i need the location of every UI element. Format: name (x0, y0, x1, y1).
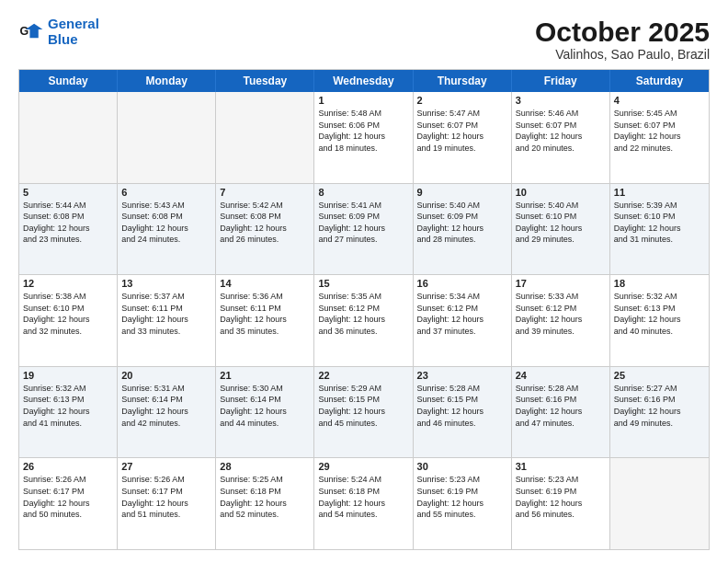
day-info: Sunrise: 5:27 AM Sunset: 6:16 PM Dayligh… (614, 383, 705, 429)
day-number: 22 (318, 370, 408, 381)
day-number: 27 (121, 461, 211, 472)
day-cell: 4Sunrise: 5:45 AM Sunset: 6:07 PM Daylig… (610, 92, 709, 183)
day-info: Sunrise: 5:28 AM Sunset: 6:15 PM Dayligh… (417, 383, 507, 429)
day-cell: 25Sunrise: 5:27 AM Sunset: 6:16 PM Dayli… (610, 367, 709, 458)
day-info: Sunrise: 5:25 AM Sunset: 6:18 PM Dayligh… (220, 474, 310, 520)
day-number: 26 (23, 461, 113, 472)
day-number: 24 (516, 370, 606, 381)
day-number: 5 (23, 187, 113, 198)
header: G General Blue October 2025 Valinhos, Sa… (18, 17, 710, 62)
day-info: Sunrise: 5:45 AM Sunset: 6:07 PM Dayligh… (614, 108, 705, 154)
day-info: Sunrise: 5:23 AM Sunset: 6:19 PM Dayligh… (417, 474, 507, 520)
day-info: Sunrise: 5:32 AM Sunset: 6:13 PM Dayligh… (23, 383, 113, 429)
day-headers-row: SundayMondayTuesdayWednesdayThursdayFrid… (19, 70, 709, 92)
day-header-sunday: Sunday (19, 70, 118, 92)
week-row-5: 26Sunrise: 5:26 AM Sunset: 6:17 PM Dayli… (19, 457, 709, 549)
day-cell: 10Sunrise: 5:40 AM Sunset: 6:10 PM Dayli… (512, 184, 610, 275)
day-info: Sunrise: 5:40 AM Sunset: 6:09 PM Dayligh… (417, 200, 507, 246)
day-info: Sunrise: 5:41 AM Sunset: 6:09 PM Dayligh… (318, 200, 408, 246)
day-cell: 7Sunrise: 5:42 AM Sunset: 6:08 PM Daylig… (216, 184, 314, 275)
day-number: 18 (614, 278, 705, 289)
day-header-wednesday: Wednesday (314, 70, 413, 92)
day-info: Sunrise: 5:37 AM Sunset: 6:11 PM Dayligh… (121, 291, 211, 337)
day-number: 20 (121, 370, 211, 381)
day-header-tuesday: Tuesday (216, 70, 314, 92)
day-cell: 22Sunrise: 5:29 AM Sunset: 6:15 PM Dayli… (314, 367, 413, 458)
month-title: October 2025 (535, 17, 710, 47)
svg-text:G: G (20, 25, 29, 38)
day-number: 10 (516, 187, 606, 198)
day-info: Sunrise: 5:23 AM Sunset: 6:19 PM Dayligh… (516, 474, 606, 520)
day-cell: 28Sunrise: 5:25 AM Sunset: 6:18 PM Dayli… (216, 458, 314, 549)
day-number: 16 (417, 278, 507, 289)
day-cell: 15Sunrise: 5:35 AM Sunset: 6:12 PM Dayli… (314, 275, 413, 366)
day-number: 14 (220, 278, 310, 289)
day-cell: 5Sunrise: 5:44 AM Sunset: 6:08 PM Daylig… (19, 184, 118, 275)
day-cell: 13Sunrise: 5:37 AM Sunset: 6:11 PM Dayli… (118, 275, 216, 366)
day-cell: 26Sunrise: 5:26 AM Sunset: 6:17 PM Dayli… (19, 458, 118, 549)
day-number: 1 (318, 95, 408, 106)
day-cell: 31Sunrise: 5:23 AM Sunset: 6:19 PM Dayli… (512, 458, 610, 549)
day-info: Sunrise: 5:40 AM Sunset: 6:10 PM Dayligh… (516, 200, 606, 246)
day-info: Sunrise: 5:26 AM Sunset: 6:17 PM Dayligh… (121, 474, 211, 520)
day-cell: 23Sunrise: 5:28 AM Sunset: 6:15 PM Dayli… (414, 367, 512, 458)
day-cell: 19Sunrise: 5:32 AM Sunset: 6:13 PM Dayli… (19, 367, 118, 458)
day-number: 30 (417, 461, 507, 472)
day-header-thursday: Thursday (414, 70, 512, 92)
day-info: Sunrise: 5:36 AM Sunset: 6:11 PM Dayligh… (220, 291, 310, 337)
day-info: Sunrise: 5:44 AM Sunset: 6:08 PM Dayligh… (23, 200, 113, 246)
day-info: Sunrise: 5:32 AM Sunset: 6:13 PM Dayligh… (614, 291, 705, 337)
day-number: 28 (220, 461, 310, 472)
day-number: 11 (614, 187, 705, 198)
day-cell: 21Sunrise: 5:30 AM Sunset: 6:14 PM Dayli… (216, 367, 314, 458)
day-number: 7 (220, 187, 310, 198)
logo-icon: G (18, 19, 44, 45)
day-info: Sunrise: 5:31 AM Sunset: 6:14 PM Dayligh… (121, 383, 211, 429)
day-header-saturday: Saturday (610, 70, 709, 92)
week-row-1: 1Sunrise: 5:48 AM Sunset: 6:06 PM Daylig… (19, 92, 709, 183)
day-cell: 24Sunrise: 5:28 AM Sunset: 6:16 PM Dayli… (512, 367, 610, 458)
day-info: Sunrise: 5:39 AM Sunset: 6:10 PM Dayligh… (614, 200, 705, 246)
day-cell: 18Sunrise: 5:32 AM Sunset: 6:13 PM Dayli… (610, 275, 709, 366)
day-cell: 6Sunrise: 5:43 AM Sunset: 6:08 PM Daylig… (118, 184, 216, 275)
day-cell: 16Sunrise: 5:34 AM Sunset: 6:12 PM Dayli… (414, 275, 512, 366)
day-cell: 8Sunrise: 5:41 AM Sunset: 6:09 PM Daylig… (314, 184, 413, 275)
day-cell: 2Sunrise: 5:47 AM Sunset: 6:07 PM Daylig… (414, 92, 512, 183)
day-number: 2 (417, 95, 507, 106)
day-header-monday: Monday (118, 70, 216, 92)
day-info: Sunrise: 5:26 AM Sunset: 6:17 PM Dayligh… (23, 474, 113, 520)
day-cell: 20Sunrise: 5:31 AM Sunset: 6:14 PM Dayli… (118, 367, 216, 458)
day-number: 12 (23, 278, 113, 289)
week-row-4: 19Sunrise: 5:32 AM Sunset: 6:13 PM Dayli… (19, 366, 709, 458)
day-cell: 27Sunrise: 5:26 AM Sunset: 6:17 PM Dayli… (118, 458, 216, 549)
day-info: Sunrise: 5:34 AM Sunset: 6:12 PM Dayligh… (417, 291, 507, 337)
day-cell: 1Sunrise: 5:48 AM Sunset: 6:06 PM Daylig… (314, 92, 413, 183)
day-info: Sunrise: 5:43 AM Sunset: 6:08 PM Dayligh… (121, 200, 211, 246)
day-cell (118, 92, 216, 183)
week-row-2: 5Sunrise: 5:44 AM Sunset: 6:08 PM Daylig… (19, 183, 709, 275)
day-number: 8 (318, 187, 408, 198)
day-number: 15 (318, 278, 408, 289)
day-info: Sunrise: 5:30 AM Sunset: 6:14 PM Dayligh… (220, 383, 310, 429)
day-info: Sunrise: 5:24 AM Sunset: 6:18 PM Dayligh… (318, 474, 408, 520)
day-header-friday: Friday (512, 70, 610, 92)
logo: G General Blue (18, 17, 99, 47)
title-block: October 2025 Valinhos, Sao Paulo, Brazil (535, 17, 710, 62)
day-number: 19 (23, 370, 113, 381)
day-info: Sunrise: 5:35 AM Sunset: 6:12 PM Dayligh… (318, 291, 408, 337)
day-cell (216, 92, 314, 183)
week-row-3: 12Sunrise: 5:38 AM Sunset: 6:10 PM Dayli… (19, 274, 709, 366)
day-number: 21 (220, 370, 310, 381)
day-number: 31 (516, 461, 606, 472)
day-cell (19, 92, 118, 183)
day-cell: 11Sunrise: 5:39 AM Sunset: 6:10 PM Dayli… (610, 184, 709, 275)
day-number: 25 (614, 370, 705, 381)
location: Valinhos, Sao Paulo, Brazil (535, 47, 710, 62)
day-info: Sunrise: 5:48 AM Sunset: 6:06 PM Dayligh… (318, 108, 408, 154)
day-cell: 17Sunrise: 5:33 AM Sunset: 6:12 PM Dayli… (512, 275, 610, 366)
day-number: 29 (318, 461, 408, 472)
day-cell: 12Sunrise: 5:38 AM Sunset: 6:10 PM Dayli… (19, 275, 118, 366)
logo-text: General Blue (48, 17, 99, 47)
day-info: Sunrise: 5:29 AM Sunset: 6:15 PM Dayligh… (318, 383, 408, 429)
weeks-container: 1Sunrise: 5:48 AM Sunset: 6:06 PM Daylig… (19, 92, 709, 549)
